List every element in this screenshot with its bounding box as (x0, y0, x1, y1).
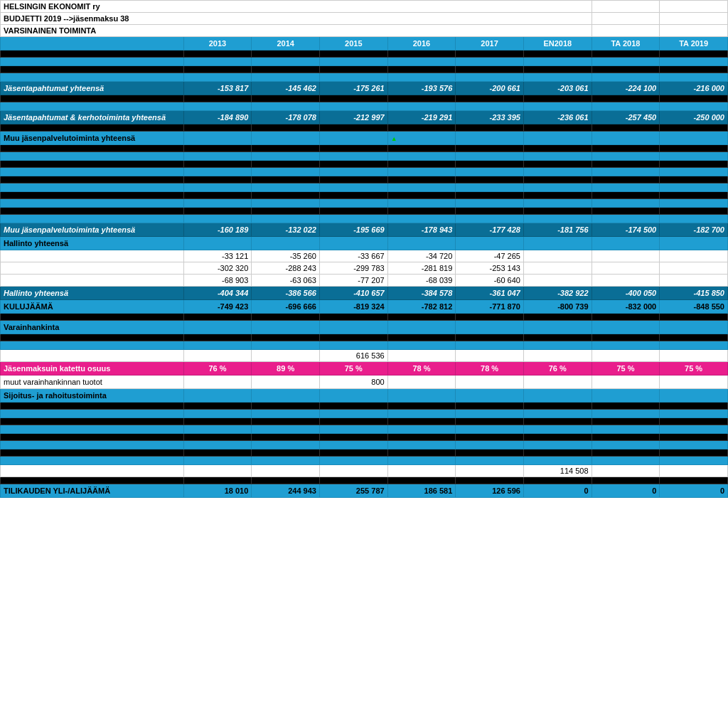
hallinto-yhteensa-2016: -384 578 (387, 287, 456, 300)
label-col-header (1, 37, 184, 50)
jasenta-yhteensa-2016: -193 576 (387, 82, 456, 95)
value-114508-cell: 114 508 (523, 465, 592, 477)
cyan-row-1 (1, 58, 728, 66)
cyan-row-9 (1, 341, 728, 350)
hallinto-sub-row-1: -33 121 -35 260 -33 667 -34 720 -47 265 (1, 250, 728, 262)
jasenta-kerhot-label: Jäsentapahtumat & kerhotoiminta yhteensä (1, 111, 184, 124)
tilikausi-2014: 244 943 (252, 484, 320, 498)
jasenta-yhteensa-2014: -145 462 (252, 82, 320, 95)
hallinto-sub3-2014: -63 063 (252, 275, 320, 287)
jasenmaksuin-ta2019: 75 % (660, 362, 728, 376)
title-line2: BUDJETTI 2019 -->jäsenmaksu 38 (1, 13, 592, 25)
kulujääma-en2018: -800 739 (523, 300, 592, 314)
hallinto-sub3-2015: -77 207 (319, 275, 387, 287)
hallinto-yhteensa-row: Hallinto yhteensä -404 344 -386 566 -410… (1, 287, 728, 300)
ta2018-header-blank (592, 1, 660, 13)
empty-row-5 (1, 145, 728, 152)
hallinto-sub1-2017: -47 265 (456, 250, 524, 262)
hallinto-yhteensa-ta2019: -415 850 (660, 287, 728, 300)
jasenmaksuin-2014: 89 % (252, 362, 320, 376)
value-114508-row: 114 508 (1, 465, 728, 477)
cyan-row-6 (1, 183, 728, 192)
empty-row-10 (1, 314, 728, 321)
year-2013-header: 2013 (183, 37, 252, 50)
cyan-row-12 (1, 441, 728, 449)
jasenta-kerhot-2013: -184 890 (183, 111, 252, 124)
hallinto-sub2-2017: -253 143 (456, 262, 524, 275)
ta2018-header: TA 2018 (592, 37, 660, 50)
jasenta-kerhot-ta2018: -257 450 (592, 111, 660, 124)
hallinto-sub1-2015: -33 667 (319, 250, 387, 262)
tilikausi-ta2019: 0 (660, 484, 728, 498)
hallinto-sub2-2016: -281 819 (387, 262, 456, 275)
hallinto-sub2-2014: -288 243 (252, 262, 320, 275)
hallinto-yhteensa-2014: -386 566 (252, 287, 320, 300)
kulujääma-2013: -749 423 (183, 300, 252, 314)
hallinto-sub3-2016: -68 039 (387, 275, 456, 287)
kulujääma-2015: -819 324 (319, 300, 387, 314)
muu-jasen-2014: -132 022 (252, 223, 320, 237)
hallinto-sub-row-2: -302 320 -288 243 -299 783 -281 819 -253… (1, 262, 728, 275)
kulujääma-2014: -696 666 (252, 300, 320, 314)
muu-jasen-2015: -195 669 (319, 223, 387, 237)
cyan-row-4 (1, 152, 728, 161)
varainhankinta-label: Varainhankinta (1, 321, 184, 334)
empty-row-1 (1, 50, 728, 58)
jasenta-yhteensa-row: Jäsentapahtumat yhteensä -153 817 -145 4… (1, 82, 728, 95)
hallinto-yhteensa-en2018: -382 922 (523, 287, 592, 300)
hallinto-sub1-2016: -34 720 (387, 250, 456, 262)
hallinto-sub2-2015: -299 783 (319, 262, 387, 275)
jasenta-kerhot-row: Jäsentapahtumat & kerhotoiminta yhteensä… (1, 111, 728, 124)
sijoitus-label: Sijoitus- ja rahoitustoiminta (1, 389, 184, 403)
kulujääma-label: KULUJÄÄMÄ (1, 300, 184, 314)
title-row-2: BUDJETTI 2019 -->jäsenmaksu 38 (1, 13, 728, 25)
kulujääma-2017: -771 870 (456, 300, 524, 314)
jasenmaksuin-2015: 75 % (319, 362, 387, 376)
main-spreadsheet: HELSINGIN EKONOMIT ry BUDJETTI 2019 -->j… (0, 0, 728, 498)
jasenta-yhteensa-ta2018: -224 100 (592, 82, 660, 95)
empty-row-6 (1, 161, 728, 168)
muu-jasen-en2018: -181 756 (523, 223, 592, 237)
jasenmaksuin-label: Jäsenmaksuin katettu osuus (1, 362, 184, 376)
empty-row-3 (1, 95, 728, 102)
jasenta-kerhot-ta2019: -250 000 (660, 111, 728, 124)
hallinto-yhteensa-2013: -404 344 (183, 287, 252, 300)
jasenta-kerhot-en2018: -236 061 (523, 111, 592, 124)
cyan-row-13 (1, 457, 728, 465)
jasenmaksuin-ta2018: 75 % (592, 362, 660, 376)
empty-row-9 (1, 208, 728, 215)
empty-row-16 (1, 477, 728, 484)
jasenta-yhteensa-en2018: -203 061 (523, 82, 592, 95)
muu-jasen-yhteensa-row: Muu jäsenpalvelutoiminta yhteensä -160 1… (1, 223, 728, 237)
blank4 (592, 25, 660, 37)
year-2017-header: 2017 (456, 37, 524, 50)
empty-row-4 (1, 124, 728, 132)
cyan-row-10 (1, 410, 728, 418)
tilikausi-row: TILIKAUDEN YLI-/ALIJÄÄMÄ 18 010 244 943 … (1, 484, 728, 498)
hallinto-sub3-2017: -60 640 (456, 275, 524, 287)
empty-row-15 (1, 449, 728, 457)
muu-jasen-header-label: Muu jäsenpalvelutoiminta yhteensä (1, 132, 184, 145)
column-headers-row: 2013 2014 2015 2016 2017 EN2018 TA 2018 … (1, 37, 728, 50)
value-616536-row: 616 536 (1, 350, 728, 362)
title-row-1: HELSINGIN EKONOMIT ry (1, 1, 728, 13)
hallinto-sub3-2013: -68 903 (183, 275, 252, 287)
hallinto-sub1-2013: -33 121 (183, 250, 252, 262)
tilikausi-2017: 126 596 (456, 484, 524, 498)
cyan-row-2 (1, 73, 728, 82)
muu-jasen-2016: -178 943 (387, 223, 456, 237)
tilikausi-2016: 186 581 (387, 484, 456, 498)
blank5 (660, 25, 728, 37)
hallinto-header-row: Hallinto yhteensä (1, 237, 728, 250)
jasenta-kerhot-2016: -219 291 (387, 111, 456, 124)
muu-jasen-yhteensa-label: Muu jäsenpalvelutoiminta yhteensä (1, 223, 184, 237)
muu-jasen-ta2019: -182 700 (660, 223, 728, 237)
kulujääma-ta2018: -832 000 (592, 300, 660, 314)
empty-row-11 (1, 334, 728, 341)
value-616536-cell: 616 536 (319, 350, 387, 362)
cyan-row-8 (1, 215, 728, 223)
muut-varainhankinnan-row: muut varainhankinnan tuotot 800 (1, 376, 728, 389)
varainhankinta-row: Varainhankinta (1, 321, 728, 334)
jasenta-yhteensa-label: Jäsentapahtumat yhteensä (1, 82, 184, 95)
empty-row-12 (1, 403, 728, 410)
